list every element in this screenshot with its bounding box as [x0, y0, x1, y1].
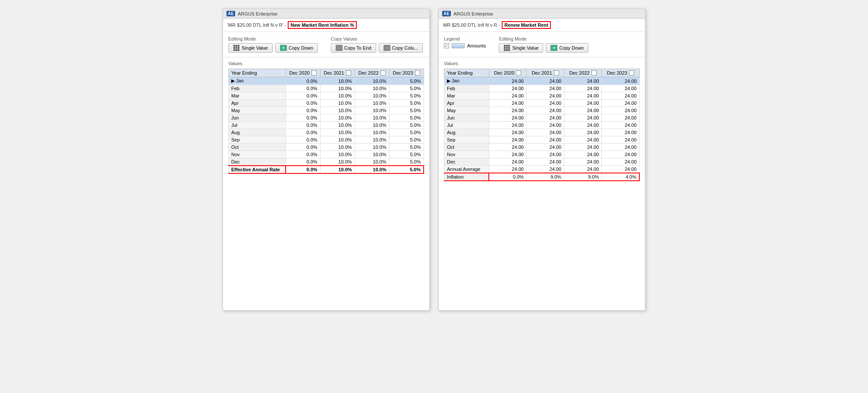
- left-cell[interactable]: 5.0%: [389, 77, 424, 85]
- right-copy-down-btn[interactable]: Copy Down: [546, 43, 588, 53]
- left-cell[interactable]: 5.0%: [389, 144, 424, 151]
- right-cell[interactable]: 24.00: [526, 92, 564, 100]
- right-cell[interactable]: 24.00: [564, 100, 602, 107]
- left-cell[interactable]: 10.0%: [355, 151, 389, 158]
- left-cell[interactable]: 10.0%: [355, 100, 389, 107]
- left-cell[interactable]: 5.0%: [389, 158, 424, 166]
- right-cell[interactable]: 24.00: [602, 85, 639, 92]
- left-cell[interactable]: 0.0%: [286, 114, 320, 122]
- left-copy-to-end-btn[interactable]: Copy To End: [331, 43, 376, 53]
- right-cell[interactable]: 24.00: [564, 77, 602, 85]
- left-cell[interactable]: 10.0%: [355, 122, 389, 129]
- right-cell[interactable]: 24.00: [489, 144, 526, 151]
- right-check-dec2021[interactable]: [554, 70, 559, 75]
- right-cell[interactable]: 24.00: [602, 129, 639, 136]
- left-cell[interactable]: 0.0%: [286, 151, 320, 158]
- left-cell[interactable]: 0.0%: [286, 158, 320, 166]
- right-cell[interactable]: 24.00: [489, 114, 526, 122]
- left-cell[interactable]: 10.0%: [355, 107, 389, 114]
- left-cell[interactable]: 10.0%: [320, 158, 355, 166]
- left-cell[interactable]: 10.0%: [320, 144, 355, 151]
- right-cell[interactable]: 24.00: [564, 122, 602, 129]
- left-cell[interactable]: 0.0%: [286, 129, 320, 136]
- left-check-dec2023[interactable]: [415, 70, 420, 75]
- left-cell[interactable]: 10.0%: [355, 136, 389, 144]
- left-cell[interactable]: 10.0%: [355, 144, 389, 151]
- left-cell[interactable]: 10.0%: [320, 114, 355, 122]
- right-cell[interactable]: 24.00: [526, 158, 564, 166]
- left-cell[interactable]: 10.0%: [320, 136, 355, 144]
- left-cell[interactable]: 10.0%: [355, 85, 389, 92]
- right-cell[interactable]: 24.00: [602, 92, 639, 100]
- right-cell[interactable]: 24.00: [564, 136, 602, 144]
- left-cell[interactable]: 10.0%: [355, 129, 389, 136]
- right-cell[interactable]: 24.00: [526, 122, 564, 129]
- left-cell[interactable]: 0.0%: [286, 144, 320, 151]
- left-cell[interactable]: 5.0%: [389, 129, 424, 136]
- left-cell[interactable]: 0.0%: [286, 100, 320, 107]
- right-cell[interactable]: 24.00: [526, 85, 564, 92]
- left-cell[interactable]: 10.0%: [320, 122, 355, 129]
- left-cell[interactable]: 0.0%: [286, 85, 320, 92]
- left-cell[interactable]: 10.0%: [355, 92, 389, 100]
- right-cell[interactable]: 24.00: [564, 151, 602, 158]
- right-cell[interactable]: 24.00: [489, 107, 526, 114]
- right-legend-checkbox[interactable]: [444, 43, 449, 48]
- left-cell[interactable]: 5.0%: [389, 100, 424, 107]
- left-single-value-btn[interactable]: Single Value: [228, 43, 273, 53]
- left-cell[interactable]: 0.0%: [286, 92, 320, 100]
- left-cell[interactable]: 0.0%: [286, 136, 320, 144]
- right-cell[interactable]: 24.00: [489, 100, 526, 107]
- left-cell[interactable]: 10.0%: [320, 151, 355, 158]
- left-cell[interactable]: 10.0%: [355, 114, 389, 122]
- right-cell[interactable]: 24.00: [526, 77, 564, 85]
- left-copy-down-btn[interactable]: Copy Down: [275, 43, 318, 53]
- right-cell[interactable]: 24.00: [526, 151, 564, 158]
- left-cell[interactable]: 5.0%: [389, 92, 424, 100]
- right-cell[interactable]: 24.00: [564, 129, 602, 136]
- left-cell[interactable]: 10.0%: [320, 107, 355, 114]
- left-cell[interactable]: 5.0%: [389, 114, 424, 122]
- left-cell[interactable]: 5.0%: [389, 151, 424, 158]
- right-cell[interactable]: 24.00: [602, 114, 639, 122]
- right-cell[interactable]: 24.00: [489, 129, 526, 136]
- right-cell[interactable]: 24.00: [564, 85, 602, 92]
- right-cell[interactable]: 24.00: [489, 77, 526, 85]
- right-cell[interactable]: 24.00: [602, 144, 639, 151]
- left-cell[interactable]: 10.0%: [320, 129, 355, 136]
- right-cell[interactable]: 24.00: [602, 122, 639, 129]
- left-copy-column-btn[interactable]: Copy Colu...: [379, 43, 423, 53]
- right-cell[interactable]: 24.00: [602, 136, 639, 144]
- right-cell[interactable]: 24.00: [526, 100, 564, 107]
- right-cell[interactable]: 24.00: [602, 107, 639, 114]
- right-cell[interactable]: 24.00: [564, 158, 602, 166]
- right-cell[interactable]: 24.00: [526, 144, 564, 151]
- right-cell[interactable]: 24.00: [602, 158, 639, 166]
- left-cell[interactable]: 10.0%: [320, 85, 355, 92]
- right-cell[interactable]: 24.00: [526, 107, 564, 114]
- right-cell[interactable]: 24.00: [564, 107, 602, 114]
- right-cell[interactable]: 24.00: [526, 129, 564, 136]
- left-check-dec2021[interactable]: [346, 70, 351, 75]
- left-check-dec2022[interactable]: [381, 70, 386, 75]
- left-check-dec2020[interactable]: [311, 70, 317, 75]
- right-single-value-btn[interactable]: Single Value: [499, 43, 543, 53]
- left-cell[interactable]: 10.0%: [355, 158, 389, 166]
- right-cell[interactable]: 24.00: [489, 158, 526, 166]
- left-cell[interactable]: 10.0%: [320, 92, 355, 100]
- right-cell[interactable]: 24.00: [489, 92, 526, 100]
- right-cell[interactable]: 24.00: [489, 136, 526, 144]
- right-cell[interactable]: 24.00: [602, 151, 639, 158]
- right-cell[interactable]: 24.00: [564, 114, 602, 122]
- right-cell[interactable]: 24.00: [564, 92, 602, 100]
- right-cell[interactable]: 24.00: [526, 136, 564, 144]
- right-cell[interactable]: 24.00: [489, 151, 526, 158]
- left-cell[interactable]: 5.0%: [389, 107, 424, 114]
- right-cell[interactable]: 24.00: [602, 77, 639, 85]
- right-cell[interactable]: 24.00: [602, 100, 639, 107]
- left-cell[interactable]: 0.0%: [286, 77, 320, 85]
- right-check-dec2022[interactable]: [591, 70, 597, 75]
- right-cell[interactable]: 24.00: [489, 122, 526, 129]
- right-check-dec2020[interactable]: [516, 70, 521, 75]
- left-cell[interactable]: 0.0%: [286, 122, 320, 129]
